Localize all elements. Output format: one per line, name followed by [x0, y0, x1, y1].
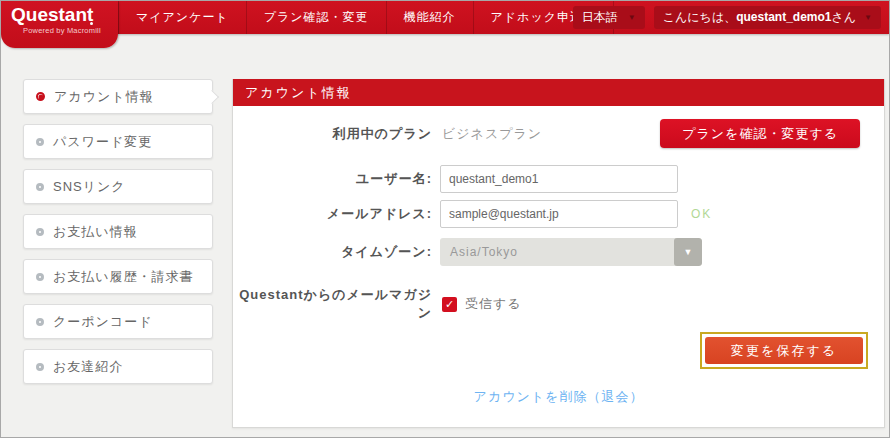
radio-icon [36, 273, 44, 281]
newsletter-checkbox[interactable]: ✓ [442, 297, 457, 312]
timezone-value: Asia/Tokyo [440, 245, 674, 259]
save-button-highlight: 変更を保存する [700, 332, 868, 369]
delete-account-link[interactable]: アカウントを削除（退会） [474, 389, 644, 404]
sidebar-item-sns-link[interactable]: SNSリンク [23, 169, 213, 204]
newsletter-checkbox-label: 受信する [465, 295, 522, 313]
newsletter-row: Questantからのメールマガジン ✓ 受信する [233, 286, 884, 322]
questant-logo[interactable]: Questant Powered by Macromill [1, 1, 118, 48]
change-plan-button[interactable]: プランを確認・変更する [660, 119, 860, 148]
plan-label: 利用中のプラン [233, 125, 432, 143]
sidebar-item-label: お友達紹介 [53, 358, 123, 376]
panel-title: アカウント情報 [233, 79, 884, 106]
radio-icon [36, 183, 44, 191]
nav-item-features[interactable]: 機能紹介 [386, 1, 473, 34]
plan-row: 利用中のプラン ビジネスプラン プランを確認・変更する [233, 119, 884, 148]
brand-name: Questant [11, 4, 93, 26]
chevron-down-icon[interactable]: ▼ [674, 238, 702, 266]
radio-selected-icon [36, 92, 45, 101]
sidebar-item-payment-history[interactable]: お支払い履歴・請求書 [23, 259, 213, 294]
sidebar-item-referral[interactable]: お友達紹介 [23, 349, 213, 384]
questant-account-page: Questant Powered by Macromill マイアンケート プラ… [0, 0, 890, 438]
timezone-label: タイムゾーン: [233, 243, 432, 261]
sidebar-item-label: パスワード変更 [53, 133, 152, 151]
main-nav: マイアンケート プラン確認・変更 機能紹介 アドホック申込み [118, 1, 614, 34]
plan-value: ビジネスプラン [442, 125, 542, 143]
check-icon: ✓ [445, 299, 454, 310]
language-value: 日本語 [582, 9, 618, 26]
sidebar-item-label: お支払い情報 [53, 223, 138, 241]
top-navigation-bar: Questant Powered by Macromill マイアンケート プラ… [1, 1, 889, 34]
greeting-text: こんにちは、questant_demo1さん [663, 9, 856, 26]
nav-item-plan[interactable]: プラン確認・変更 [246, 1, 386, 34]
timezone-select[interactable]: Asia/Tokyo ▼ [440, 238, 702, 266]
username-input[interactable] [440, 165, 678, 193]
chevron-down-icon: ▼ [864, 14, 872, 22]
email-ok-status: OK [691, 207, 712, 221]
account-info-panel: アカウント情報 利用中のプラン ビジネスプラン プランを確認・変更する ユーザー… [232, 79, 885, 428]
radio-icon [36, 228, 44, 236]
sidebar-item-payment-info[interactable]: お支払い情報 [23, 214, 213, 249]
newsletter-label: Questantからのメールマガジン [233, 286, 432, 322]
radio-icon [36, 138, 44, 146]
nav-item-my-surveys[interactable]: マイアンケート [118, 1, 246, 34]
email-label: メールアドレス: [233, 205, 432, 223]
username-row: ユーザー名: [233, 165, 884, 193]
sidebar-item-label: お支払い履歴・請求書 [53, 268, 194, 286]
chevron-down-icon: ▼ [628, 14, 636, 22]
topbar-right-controls: 日本語 ▼ こんにちは、questant_demo1さん ▼ [573, 6, 881, 29]
email-input[interactable] [440, 200, 678, 228]
sidebar-item-account-info[interactable]: アカウント情報 [23, 79, 213, 114]
sidebar-item-label: クーポンコード [53, 313, 153, 331]
radio-icon [36, 318, 44, 326]
delete-row: アカウントを削除（退会） [233, 387, 884, 406]
account-form: 利用中のプラン ビジネスプラン プランを確認・変更する ユーザー名: メールアド… [233, 106, 884, 406]
sidebar-item-label: アカウント情報 [54, 88, 154, 106]
radio-icon [36, 363, 44, 371]
sidebar-item-label: SNSリンク [53, 178, 126, 196]
brand-tagline: Powered by Macromill [11, 26, 118, 35]
user-menu[interactable]: こんにちは、questant_demo1さん ▼ [654, 6, 881, 29]
username-text: questant_demo1 [736, 10, 831, 24]
language-selector[interactable]: 日本語 ▼ [573, 6, 645, 29]
sidebar-item-coupon-code[interactable]: クーポンコード [23, 304, 213, 339]
timezone-row: タイムゾーン: Asia/Tokyo ▼ [233, 238, 884, 266]
username-label: ユーザー名: [233, 170, 432, 188]
save-row: 変更を保存する [233, 332, 884, 369]
sidebar-item-password[interactable]: パスワード変更 [23, 124, 213, 159]
save-changes-button[interactable]: 変更を保存する [705, 337, 863, 364]
email-row: メールアドレス: OK [233, 200, 884, 228]
account-sidebar: アカウント情報 パスワード変更 SNSリンク お支払い情報 お支払い履歴・請求書… [23, 79, 213, 394]
